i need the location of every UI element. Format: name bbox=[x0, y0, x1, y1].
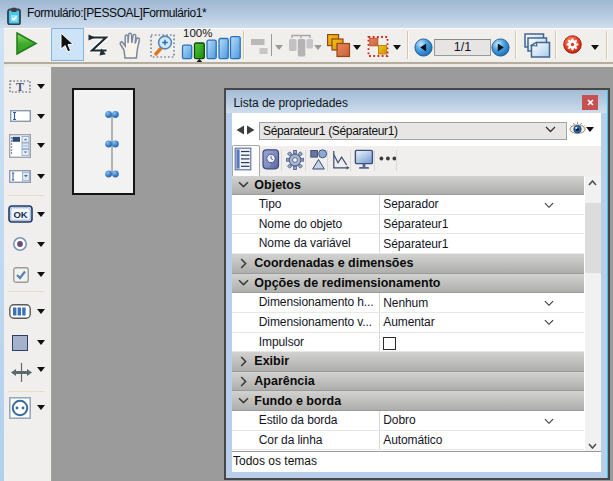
svg-text:T: T bbox=[16, 80, 24, 93]
svg-text:OK: OK bbox=[13, 209, 27, 220]
